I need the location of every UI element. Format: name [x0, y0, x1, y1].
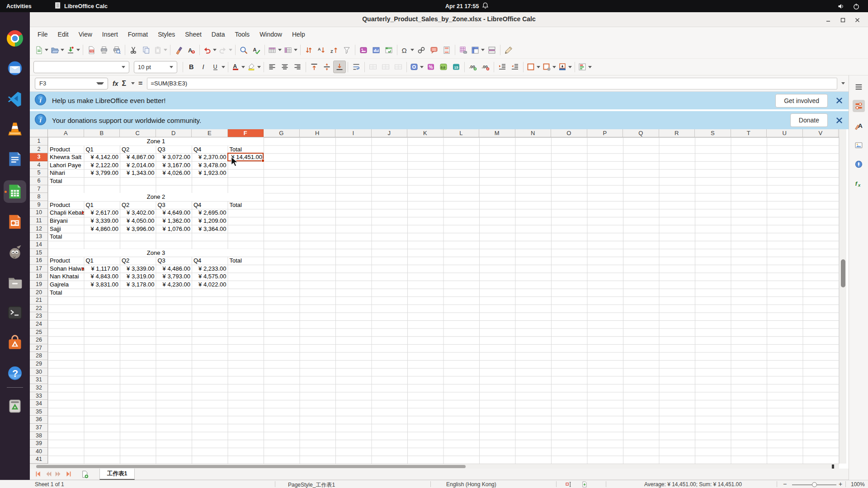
align-right-button[interactable]: [291, 61, 304, 73]
chevron-down-icon[interactable]: [420, 66, 424, 68]
row-header-3[interactable]: 3: [30, 153, 48, 161]
column-header-O[interactable]: O: [551, 129, 587, 137]
last-sheet-icon[interactable]: [63, 469, 73, 479]
row-header-33[interactable]: 33: [30, 392, 48, 400]
cell-A18[interactable]: Nan Khatai: [48, 272, 84, 281]
merge-and-center-cells-button[interactable]: [367, 61, 379, 73]
minimize-button[interactable]: [823, 15, 833, 25]
cell-B4[interactable]: ¥ 2,122.00: [85, 161, 120, 169]
row-header-10[interactable]: 10: [30, 209, 48, 217]
menu-sheet[interactable]: Sheet: [180, 29, 207, 40]
italic-button[interactable]: I: [198, 61, 210, 73]
cell-A4[interactable]: Lahori Paye: [48, 161, 84, 169]
cell-C19[interactable]: ¥ 3,178.00: [120, 281, 156, 289]
row-header-21[interactable]: 21: [30, 296, 48, 305]
column-header-P[interactable]: P: [587, 129, 623, 137]
column-header-K[interactable]: K: [407, 129, 443, 137]
zoom-slider-thumb[interactable]: [812, 482, 817, 487]
cell-D12[interactable]: ¥ 1,076.00: [156, 225, 192, 233]
row-header-26[interactable]: 26: [30, 336, 48, 344]
menu-window[interactable]: Window: [255, 29, 287, 40]
formula-button[interactable]: =: [138, 80, 142, 88]
insert-columns-button[interactable]: [283, 44, 298, 56]
row-header-31[interactable]: 31: [30, 376, 48, 384]
dock-trash-icon[interactable]: [6, 397, 24, 415]
cell-A2[interactable]: Product: [48, 145, 84, 154]
sidebar-menu-icon[interactable]: [853, 81, 865, 93]
chevron-down-icon[interactable]: [122, 66, 125, 68]
cell-B18[interactable]: ¥ 4,843.00: [85, 272, 120, 281]
cell-C9[interactable]: Q2: [120, 201, 156, 209]
selection-mode-icon[interactable]: [565, 481, 572, 488]
cell-B3[interactable]: ¥ 4,142.00: [85, 153, 120, 161]
cell-D2[interactable]: Q3: [156, 145, 192, 154]
close-icon[interactable]: [834, 96, 844, 106]
cell-D5[interactable]: ¥ 4,026.00: [156, 169, 192, 177]
row-header-22[interactable]: 22: [30, 305, 48, 313]
format-as-currency-button[interactable]: [409, 61, 425, 73]
freeze-rows-and-columns-button[interactable]: [470, 44, 486, 56]
close-button[interactable]: [852, 15, 862, 25]
row-header-35[interactable]: 35: [30, 408, 48, 416]
insert-image-button[interactable]: [357, 44, 370, 56]
open-button[interactable]: [49, 44, 65, 56]
cell-D11[interactable]: ¥ 1,362.00: [156, 217, 192, 225]
format-as-date-button[interactable]: 15: [450, 61, 462, 73]
cell-B19[interactable]: ¥ 3,831.00: [85, 281, 120, 289]
spelling-button[interactable]: A: [250, 44, 263, 56]
cell-B5[interactable]: ¥ 3,799.00: [85, 169, 120, 177]
column-header-U[interactable]: U: [767, 129, 803, 137]
bold-button[interactable]: B: [185, 61, 198, 73]
cell-C5[interactable]: ¥ 1,343.00: [120, 169, 156, 177]
column-header-H[interactable]: H: [300, 129, 336, 137]
row-header-37[interactable]: 37: [30, 424, 48, 432]
sort-button[interactable]: [302, 44, 315, 56]
chevron-down-icon[interactable]: [588, 66, 592, 68]
conditional-formatting-button[interactable]: [577, 61, 593, 73]
dock-ubuntu-software-icon[interactable]: [6, 334, 24, 352]
column-header-C[interactable]: C: [120, 129, 156, 137]
donate-button[interactable]: Donate: [790, 113, 828, 127]
function-wizard-button[interactable]: fx: [113, 80, 118, 87]
row-header-32[interactable]: 32: [30, 384, 48, 392]
row-header-38[interactable]: 38: [30, 432, 48, 440]
dock-writer-icon[interactable]: [6, 150, 24, 168]
print-preview-button[interactable]: [110, 44, 123, 56]
select-all-corner[interactable]: [30, 129, 48, 137]
close-icon[interactable]: [834, 115, 844, 125]
chevron-down-icon[interactable]: [294, 49, 297, 51]
cell-C4[interactable]: ¥ 2,014.00: [120, 161, 156, 169]
add-sheet-icon[interactable]: [80, 469, 90, 479]
row-header-5[interactable]: 5: [30, 169, 48, 177]
row-header-29[interactable]: 29: [30, 360, 48, 368]
dock-files-icon[interactable]: [6, 273, 24, 291]
cell-C2[interactable]: Q2: [120, 145, 156, 154]
column-header-Q[interactable]: Q: [623, 129, 659, 137]
column-header-T[interactable]: T: [731, 129, 767, 137]
column-header-S[interactable]: S: [695, 129, 731, 137]
expand-formula-bar-icon[interactable]: [841, 82, 845, 84]
dock-gimp-icon[interactable]: [6, 243, 24, 261]
increase-indent-button[interactable]: [496, 61, 509, 73]
row-header-8[interactable]: 8: [30, 193, 48, 201]
vertical-scrollbar-thumb[interactable]: [841, 259, 845, 287]
sheet-tab[interactable]: 工作表1: [99, 469, 135, 480]
chevron-down-icon[interactable]: [568, 66, 572, 68]
cell-B11[interactable]: ¥ 3,339.00: [85, 217, 120, 225]
headers-and-footers-button[interactable]: [440, 44, 453, 56]
row-header-41[interactable]: 41: [30, 455, 48, 464]
cell-C3[interactable]: ¥ 4,867.00: [120, 153, 156, 161]
row-header-19[interactable]: 19: [30, 281, 48, 289]
cell-A9[interactable]: Product: [48, 201, 84, 209]
chevron-down-icon[interactable]: [278, 49, 282, 51]
chevron-down-icon[interactable]: [170, 66, 173, 68]
dock-chrome-icon[interactable]: [6, 29, 24, 47]
row-header-36[interactable]: 36: [30, 416, 48, 424]
cell-B12[interactable]: ¥ 4,860.00: [85, 225, 120, 233]
cell-A1[interactable]: Zone 1: [48, 137, 264, 145]
row-header-14[interactable]: 14: [30, 241, 48, 249]
navigator-deck-icon[interactable]: [853, 158, 865, 170]
row-header-20[interactable]: 20: [30, 289, 48, 297]
column-header-N[interactable]: N: [515, 129, 552, 137]
chevron-down-icon[interactable]: [131, 82, 135, 84]
